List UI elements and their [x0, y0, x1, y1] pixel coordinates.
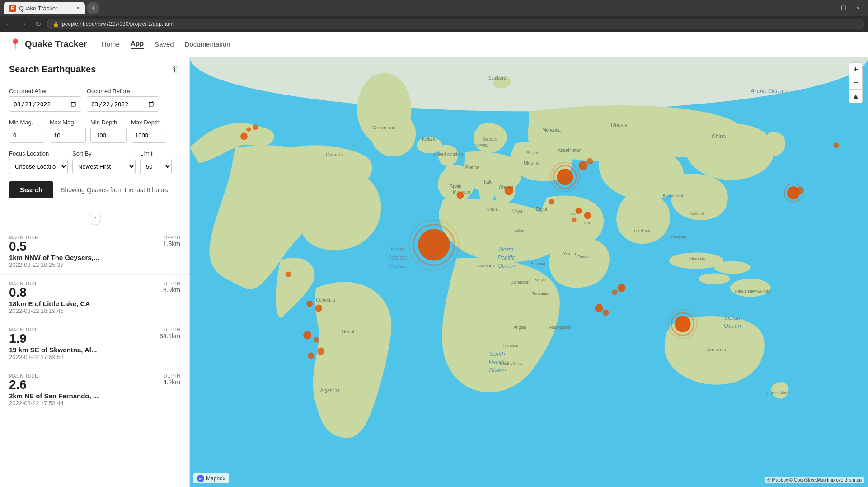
svg-text:Tunisia: Tunisia	[485, 207, 498, 212]
svg-point-71	[549, 199, 554, 204]
back-button[interactable]: ←	[4, 20, 14, 28]
quake-item[interactable]: MAGNITUDE 1.9 DEPTH 64.1km 19 km SE of S…	[0, 321, 189, 367]
max-mag-input[interactable]	[50, 128, 86, 143]
svg-point-86	[314, 337, 319, 343]
magnitude-value: 0.8	[9, 286, 38, 299]
depth-label: DEPTH	[163, 281, 180, 286]
svg-point-68	[240, 132, 248, 140]
divider-left	[9, 219, 89, 219]
svg-point-87	[308, 353, 314, 359]
mapbox-logo: M Mapbox	[193, 473, 229, 483]
quake-time: 2022-03-22 17:58:44	[9, 400, 180, 407]
svg-point-79	[587, 158, 593, 164]
svg-text:Papua New Guinea: Papua New Guinea	[735, 289, 770, 293]
svg-text:Ocean: Ocean	[488, 367, 506, 374]
focus-location-label: Focus Location	[9, 150, 68, 157]
mag-depth-row: Min Mag. Max Mag. Min Depth Max Depth	[9, 119, 180, 143]
quake-item[interactable]: MAGNITUDE 0.8 DEPTH 8.9km 18km E of Litt…	[0, 275, 189, 321]
occurred-after-label: Occurred After	[9, 88, 81, 95]
svg-point-96	[603, 310, 609, 316]
nav-app[interactable]: App	[131, 39, 144, 49]
svg-text:Arctic Ocean: Arctic Ocean	[750, 87, 787, 95]
search-button[interactable]: Search	[9, 181, 53, 198]
svg-text:Spain: Spain	[450, 184, 462, 189]
svg-text:Sweden: Sweden	[482, 137, 498, 142]
max-mag-group: Max Mag.	[50, 119, 86, 143]
maximize-button[interactable]: ☐	[837, 2, 850, 14]
min-depth-group: Min Depth	[90, 119, 127, 143]
svg-text:North: North	[499, 246, 514, 253]
date-row: Occurred After Occurred Before	[9, 88, 180, 112]
reload-button[interactable]: ↻	[33, 20, 43, 28]
map-area[interactable]: Arctic Ocean North Pacific Ocean South P…	[190, 57, 868, 487]
svg-text:Niger: Niger	[515, 229, 525, 233]
quake-item[interactable]: MAGNITUDE 2.6 DEPTH 4.2km 2km NE of San …	[0, 367, 189, 413]
divider-collapse: ⌃	[9, 213, 180, 225]
depth-value: 1.3km	[163, 240, 180, 247]
svg-point-72	[576, 208, 582, 214]
svg-text:South Africa: South Africa	[500, 361, 522, 366]
depth-value: 64.1km	[160, 332, 180, 340]
max-depth-input[interactable]	[131, 128, 167, 143]
svg-text:Namibia: Namibia	[503, 343, 518, 348]
depth-value: 8.9km	[163, 286, 180, 293]
occurred-after-input[interactable]	[9, 96, 81, 112]
min-depth-input[interactable]	[90, 128, 127, 143]
nav-saved[interactable]: Saved	[155, 40, 174, 48]
tab-close-button[interactable]: ×	[76, 5, 80, 11]
min-mag-input[interactable]	[9, 128, 45, 143]
url-box[interactable]: 🔒 people.rit.edu/nsw7227/330/project-1/a…	[47, 19, 864, 29]
magnitude-value: 2.6	[9, 378, 38, 391]
svg-point-74	[572, 217, 577, 222]
map-controls: + − ▲	[849, 62, 863, 103]
min-mag-group: Min Mag.	[9, 119, 45, 143]
quake-list: MAGNITUDE 0.5 DEPTH 1.3km 1km NNW of The…	[0, 229, 189, 413]
depth-label: DEPTH	[163, 374, 180, 378]
focus-location-select[interactable]: Choose Location	[9, 159, 68, 174]
compass-button[interactable]: ▲	[849, 90, 863, 103]
svg-text:Malaysia: Malaysia	[670, 234, 686, 239]
quake-left: MAGNITUDE 0.5	[9, 235, 38, 253]
forward-button[interactable]: →	[18, 20, 29, 28]
occurred-before-group: Occurred Before	[87, 88, 159, 112]
minimize-button[interactable]: —	[823, 2, 835, 14]
collapse-button[interactable]: ⌃	[89, 213, 101, 225]
nav-documentation[interactable]: Documentation	[185, 40, 230, 48]
svg-text:Egypt: Egypt	[536, 207, 548, 212]
lock-icon: 🔒	[53, 21, 59, 27]
svg-point-88	[317, 348, 324, 355]
zoom-out-button[interactable]: −	[849, 76, 863, 90]
limit-select[interactable]: 50	[140, 159, 172, 174]
window-close-button[interactable]: ×	[852, 2, 864, 14]
sort-by-select[interactable]: Newest First	[72, 159, 136, 174]
map-container[interactable]: Arctic Ocean North Pacific Ocean South P…	[190, 57, 868, 487]
svg-text:Maldives: Maldives	[634, 229, 650, 233]
search-status: Showing Quakes from the last 6 hours	[61, 186, 168, 194]
svg-text:North: North	[390, 246, 405, 253]
nav-home[interactable]: Home	[102, 40, 120, 48]
active-tab[interactable]: R Quake Tracker ×	[4, 2, 85, 14]
app-logo: 📍 Quake Tracker	[9, 38, 87, 50]
svg-point-97	[456, 191, 464, 199]
svg-point-101	[797, 187, 804, 194]
quake-meta-row: MAGNITUDE 2.6 DEPTH 4.2km	[9, 374, 180, 391]
quake-meta-row: MAGNITUDE 0.5 DEPTH 1.3km	[9, 235, 180, 253]
svg-text:Indonesia: Indonesia	[687, 257, 705, 261]
svg-point-73	[584, 212, 591, 219]
svg-point-69	[246, 127, 251, 132]
new-tab-button[interactable]: +	[87, 2, 99, 14]
svg-point-3	[371, 111, 416, 156]
quake-item[interactable]: MAGNITUDE 0.5 DEPTH 1.3km 1km NNW of The…	[0, 229, 189, 275]
zoom-in-button[interactable]: +	[849, 62, 863, 76]
tab-title: Quake Tracker	[19, 5, 57, 12]
svg-point-75	[557, 169, 573, 185]
svg-text:Italy: Italy	[484, 180, 492, 184]
depth-value: 4.2km	[163, 378, 180, 386]
sidebar: Search Earthquakes 🗑 Occurred After Occu…	[0, 57, 190, 487]
clear-search-button[interactable]: 🗑	[172, 65, 180, 74]
occurred-before-input[interactable]	[87, 96, 159, 112]
window-controls: — ☐ ×	[823, 2, 864, 14]
sidebar-title: Search Earthquakes	[9, 64, 96, 75]
quake-meta-row: MAGNITUDE 0.8 DEPTH 8.9km	[9, 281, 180, 299]
depth-label: DEPTH	[160, 327, 180, 332]
